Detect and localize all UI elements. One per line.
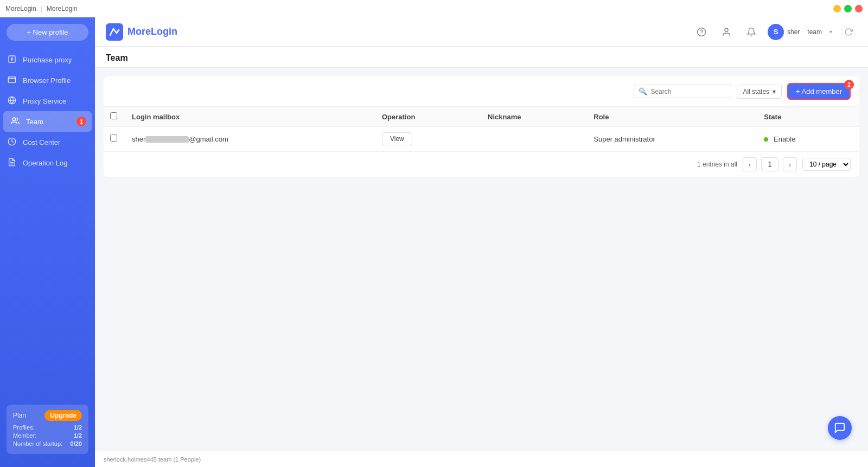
col-operation: Operation (375, 107, 481, 127)
app-logo: MoreLogin (106, 23, 177, 41)
row-checkbox[interactable] (110, 135, 117, 142)
member-label: Member: (13, 432, 36, 439)
close-button[interactable]: × (855, 5, 863, 12)
page-controls: ‹ › (743, 157, 797, 171)
next-page-button[interactable]: › (783, 157, 797, 171)
log-icon (8, 158, 17, 168)
sidebar-label-browser-profile: Browser Profile (23, 76, 71, 85)
user-settings-icon (722, 27, 731, 37)
minimize-button[interactable]: − (833, 5, 841, 12)
upgrade-button[interactable]: Upgrade (44, 410, 82, 421)
per-page-select[interactable]: 10 / page 20 / page 50 / page (802, 158, 851, 171)
sidebar-label-proxy-service: Proxy Service (23, 97, 66, 105)
tab-morelogin-1[interactable]: MoreLogin (5, 5, 36, 12)
chat-icon (834, 422, 846, 434)
filter-label: All states (743, 88, 769, 95)
search-input[interactable] (650, 88, 726, 95)
tag-icon (8, 55, 17, 65)
new-profile-button[interactable]: + New profile (7, 24, 88, 41)
member-value: 1/2 (74, 432, 82, 439)
view-button[interactable]: View (382, 132, 412, 145)
maximize-button[interactable]: □ (844, 5, 852, 12)
profiles-label: Profiles: (13, 424, 35, 431)
user-settings-button[interactable] (718, 23, 735, 41)
sidebar-bottom: Plan Upgrade Profiles: 1/2 Member: 1/2 N… (0, 398, 95, 460)
profiles-value: 1/2 (74, 424, 82, 431)
main-content: MoreLogin S sher team ▾ (95, 17, 868, 467)
sidebar-item-cost-center[interactable]: Cost Center (0, 132, 95, 152)
top-bar: MoreLogin S sher team ▾ (95, 17, 868, 47)
row-state: Enable (757, 127, 859, 151)
state-filter[interactable]: All states ▾ (737, 85, 782, 99)
bell-button[interactable] (743, 23, 760, 41)
avatar-area[interactable]: S sher (768, 24, 800, 40)
avatar: S (768, 24, 784, 40)
status-bar: sherlock.holmes445 team (1 People) (95, 451, 868, 467)
add-member-button[interactable]: + Add member 2 (787, 83, 851, 100)
prev-page-button[interactable]: ‹ (743, 157, 757, 171)
sidebar-item-team[interactable]: Team 1 (3, 111, 92, 132)
sidebar-label-team: Team (26, 118, 43, 126)
add-member-badge: 2 (844, 80, 854, 89)
add-member-label: + Add member (796, 87, 842, 95)
team-label: team (807, 28, 822, 36)
sidebar-label-cost-center: Cost Center (23, 138, 60, 146)
refresh-button[interactable] (840, 23, 857, 41)
sidebar-item-browser-profile[interactable]: Browser Profile (0, 70, 95, 91)
tab-morelogin-2[interactable]: MoreLogin (47, 5, 78, 12)
sidebar-item-operation-log[interactable]: Operation Log (0, 152, 95, 173)
team-icon (11, 117, 21, 126)
team-info: sherlock.holmes445 team (1 People) (104, 456, 201, 463)
svg-rect-8 (106, 23, 123, 41)
page-title: Team (95, 47, 868, 68)
select-all-header[interactable] (104, 107, 125, 127)
sidebar-item-proxy-service[interactable]: Proxy Service (0, 91, 95, 111)
username-display: sher (787, 28, 800, 36)
table-footer: 1 entries in all ‹ › 10 / page 20 / page… (104, 151, 859, 177)
email-blur (145, 136, 189, 143)
startup-value: 0/20 (71, 440, 82, 447)
help-icon (697, 27, 706, 37)
col-state: State (757, 107, 859, 127)
logo-icon (106, 23, 123, 41)
proxy-icon (8, 96, 17, 106)
entries-text: 1 entries in all (697, 161, 737, 168)
title-bar-tabs: MoreLogin | MoreLogin (5, 5, 78, 12)
cost-icon (8, 137, 17, 147)
svg-point-11 (725, 28, 728, 31)
content-area: Team 🔍 All states ▾ + Add member 2 (95, 47, 868, 451)
help-button[interactable] (693, 23, 710, 41)
row-operation: View (375, 127, 481, 151)
team-table-area: 🔍 All states ▾ + Add member 2 (104, 76, 859, 177)
window-controls: − □ × (833, 5, 863, 12)
page-input[interactable] (761, 157, 778, 171)
row-nickname (481, 127, 587, 151)
state-label: Enable (774, 135, 795, 143)
browser-icon (8, 75, 17, 85)
row-checkbox-cell[interactable] (104, 127, 125, 151)
status-dot (764, 137, 768, 142)
refresh-icon (844, 28, 853, 36)
search-box[interactable]: 🔍 (634, 85, 731, 98)
startup-label: Number of startup: (13, 440, 62, 447)
sidebar: + New profile Purchase proxy Browser Pro… (0, 17, 95, 467)
row-role: Super administrator (587, 127, 757, 151)
bell-icon (746, 27, 756, 37)
sidebar-label-purchase-proxy: Purchase proxy (23, 56, 72, 64)
svg-rect-1 (8, 77, 15, 83)
select-all-checkbox[interactable] (110, 112, 117, 119)
filter-chevron-icon: ▾ (773, 88, 776, 95)
team-badge: 1 (76, 117, 86, 126)
svg-point-3 (12, 118, 15, 120)
sidebar-item-purchase-proxy[interactable]: Purchase proxy (0, 49, 95, 70)
chat-bubble[interactable] (828, 416, 852, 440)
col-login-mailbox: Login mailbox (125, 107, 375, 127)
top-bar-right: S sher team ▾ (693, 23, 857, 41)
plan-card: Plan Upgrade Profiles: 1/2 Member: 1/2 N… (7, 405, 88, 454)
sidebar-label-operation-log: Operation Log (23, 159, 67, 167)
app-layout: + New profile Purchase proxy Browser Pro… (0, 17, 868, 467)
search-icon: 🔍 (639, 87, 647, 95)
table-row: sher@gmail.com View Super administrator … (104, 127, 859, 151)
row-email: sher@gmail.com (125, 127, 375, 151)
tab-separator: | (41, 5, 42, 12)
